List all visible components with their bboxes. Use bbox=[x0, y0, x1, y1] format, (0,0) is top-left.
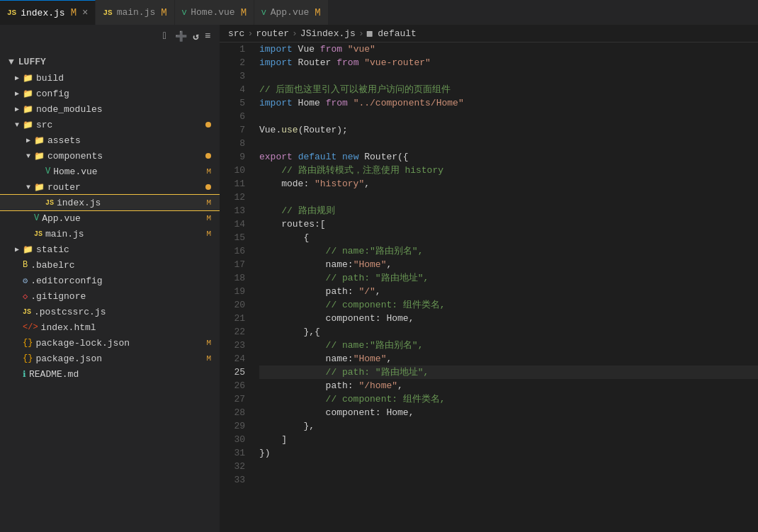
tab-index-js[interactable]: JSindex.jsM× bbox=[0, 0, 96, 25]
folder-icon-static: 📁 bbox=[23, 244, 33, 255]
tree-item-postcssrc[interactable]: JS .postcssrc.js bbox=[0, 304, 220, 319]
tab-label: index.js bbox=[21, 8, 64, 18]
line-number-21: 21 bbox=[220, 312, 245, 325]
tree-item-readme[interactable]: ℹ README.md bbox=[0, 366, 220, 382]
token: // name:"路由别名", bbox=[259, 340, 423, 351]
tree-item-home-vue[interactable]: V Home.vueM bbox=[0, 164, 220, 179]
line-number-32: 32 bbox=[220, 460, 245, 473]
tab-home-vue[interactable]: VHome.vueM bbox=[175, 0, 254, 25]
line-number-16: 16 bbox=[220, 244, 245, 258]
token: },{ bbox=[259, 327, 320, 337]
tree-item-main-js[interactable]: JS main.jsM bbox=[0, 226, 220, 242]
file-name-package: package.json bbox=[35, 353, 206, 364]
tree-item-router[interactable]: ▼📁router bbox=[0, 179, 220, 195]
tree-item-app-vue[interactable]: V App.vueM bbox=[0, 210, 220, 226]
code-line-33 bbox=[259, 473, 758, 487]
token: routes:[ bbox=[259, 219, 326, 230]
tree-item-static[interactable]: ▶📁static bbox=[0, 242, 220, 257]
tree-item-config[interactable]: ▶📁config bbox=[0, 86, 220, 101]
tree-item-build[interactable]: ▶📁build bbox=[0, 70, 220, 86]
tree-item-gitignore[interactable]: ◇ .gitignore bbox=[0, 288, 220, 304]
editor-icon-editorconfig: ⚙ bbox=[23, 276, 28, 286]
token: Vue. bbox=[259, 125, 281, 135]
token: "Home" bbox=[353, 259, 387, 270]
new-file-icon[interactable]:  bbox=[163, 30, 169, 43]
code-line-25: // path: "路由地址", bbox=[259, 366, 758, 379]
tree-item-node_modules[interactable]: ▶📁node_modules bbox=[0, 101, 220, 117]
new-folder-icon[interactable]: ➕ bbox=[175, 30, 188, 43]
js-icon: JS bbox=[7, 9, 16, 17]
line-number-26: 26 bbox=[220, 379, 245, 392]
line-number-23: 23 bbox=[220, 339, 245, 352]
tree-item-package[interactable]: {} package.jsonM bbox=[0, 351, 220, 366]
token: use bbox=[281, 125, 298, 135]
tab-bar: JSindex.jsM×JSmain.jsMVHome.vueMVApp.vue… bbox=[0, 0, 758, 25]
breadcrumb-src[interactable]: src bbox=[228, 28, 244, 39]
token: export bbox=[259, 152, 293, 162]
code-content[interactable]: import Vue from "vue"import Router from … bbox=[254, 43, 758, 532]
code-line-10: // 路由跳转模式，注意使用 history bbox=[259, 164, 758, 177]
tree-item-components[interactable]: ▼📁components bbox=[0, 148, 220, 164]
code-line-30: ] bbox=[259, 433, 758, 446]
breadcrumb-sep-1: › bbox=[247, 28, 253, 39]
file-name-build: build bbox=[36, 73, 220, 84]
tree-item-assets[interactable]: ▶📁assets bbox=[0, 132, 220, 148]
code-line-31: }) bbox=[259, 446, 758, 460]
line-number-17: 17 bbox=[220, 258, 245, 271]
line-number-10: 10 bbox=[220, 164, 245, 177]
folder-arrow-assets: ▶ bbox=[23, 136, 34, 145]
code-line-11: mode: "history", bbox=[259, 177, 758, 191]
line-number-13: 13 bbox=[220, 204, 245, 217]
tree-item-index-html[interactable]: </> index.html bbox=[0, 319, 220, 335]
open-editors-section[interactable] bbox=[0, 48, 220, 54]
code-line-5: import Home from "../components/Home" bbox=[259, 96, 758, 110]
token: Home bbox=[293, 98, 326, 108]
file-name-index-html: index.html bbox=[41, 322, 220, 333]
tree-item-index-js[interactable]: JS index.jsM bbox=[0, 195, 220, 210]
sidebar-header-icons:  ➕ ↺ ≡ bbox=[163, 30, 211, 43]
project-name: LUFFY bbox=[18, 57, 46, 67]
file-tree: ▼ LUFFY▶📁build▶📁config▶📁node_modules▼📁sr… bbox=[0, 54, 220, 382]
vue-icon: V bbox=[182, 9, 187, 17]
js-icon-index-js: JS bbox=[45, 199, 54, 207]
refresh-icon[interactable]: ↺ bbox=[193, 30, 199, 43]
token: }, bbox=[259, 421, 315, 431]
tab-close-button[interactable]: × bbox=[82, 7, 88, 18]
code-line-17: name:"Home", bbox=[259, 258, 758, 271]
token: from bbox=[336, 57, 358, 68]
breadcrumb-file[interactable]: index.js bbox=[311, 28, 355, 39]
breadcrumb-router[interactable]: router bbox=[256, 28, 289, 39]
tree-item-babelrc[interactable]: B .babelrc bbox=[0, 257, 220, 273]
folder-icon-src: 📁 bbox=[23, 120, 33, 130]
code-container[interactable]: 1234567891011121314151617181920212223242… bbox=[220, 43, 758, 532]
file-name-static: static bbox=[36, 244, 220, 255]
dot-components bbox=[205, 153, 211, 159]
folder-arrow-src: ▼ bbox=[11, 121, 23, 129]
file-name-app-vue: App.vue bbox=[42, 213, 206, 224]
tab-main-js[interactable]: JSmain.jsM bbox=[96, 0, 174, 25]
line-number-22: 22 bbox=[220, 325, 245, 339]
token: component: Home, bbox=[259, 313, 414, 324]
token: Vue bbox=[293, 44, 320, 55]
token: "../components/Home" bbox=[353, 98, 464, 108]
token: name: bbox=[259, 353, 353, 364]
line-number-30: 30 bbox=[220, 433, 245, 446]
tree-item-package-lock[interactable]: {} package-lock.jsonM bbox=[0, 335, 220, 351]
dot-src bbox=[205, 122, 211, 128]
tab-modified-indicator: M bbox=[71, 7, 77, 18]
folder-icon-components: 📁 bbox=[34, 151, 45, 162]
token: }) bbox=[259, 448, 271, 458]
sidebar:  ➕ ↺ ≡ ▼ LUFFY▶📁build▶📁config▶📁node_mod… bbox=[0, 25, 220, 532]
code-line-24: name:"Home", bbox=[259, 352, 758, 366]
token: // 后面也这里引入可以被用户访问的页面组件 bbox=[259, 84, 451, 95]
line-number-18: 18 bbox=[220, 271, 245, 285]
main-area:  ➕ ↺ ≡ ▼ LUFFY▶📁build▶📁config▶📁node_mod… bbox=[0, 25, 758, 532]
project-label[interactable]: ▼ LUFFY bbox=[0, 54, 220, 70]
tab-app-vue[interactable]: VApp.vueM bbox=[254, 0, 329, 25]
collapse-icon[interactable]: ≡ bbox=[205, 30, 211, 43]
file-name-main-js: main.js bbox=[45, 229, 206, 239]
breadcrumb: src › router › JS index.js › ▩ default bbox=[220, 25, 758, 43]
tree-item-editorconfig[interactable]: ⚙ .editorconfig bbox=[0, 273, 220, 288]
token: from bbox=[320, 44, 342, 55]
tree-item-src[interactable]: ▼📁src bbox=[0, 117, 220, 132]
